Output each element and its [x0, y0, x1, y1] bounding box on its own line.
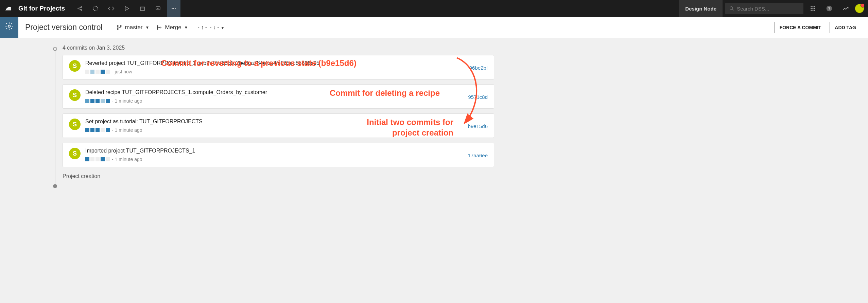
- commit-hash[interactable]: 9571c8d: [468, 94, 488, 100]
- subheader: Project version control master ▼ Merge ▼…: [18, 17, 868, 38]
- commit-body: Deleted recipe TUT_GITFORPROJECTS_1.comp…: [85, 89, 468, 104]
- project-creation-label: Project creation: [63, 173, 494, 179]
- branch-icon: [116, 24, 122, 31]
- svg-rect-13: [811, 8, 812, 9]
- user-avatar[interactable]: [855, 4, 864, 13]
- diff-square: [96, 157, 100, 161]
- diff-square: [101, 99, 105, 103]
- pull-control[interactable]: - ↓ - ▼: [210, 24, 225, 31]
- svg-point-27: [160, 27, 161, 28]
- commit-card[interactable]: S Reverted project TUT_GITFORPROJECTS_1 …: [63, 55, 494, 79]
- share-icon[interactable]: [73, 0, 87, 17]
- diff-square: [106, 99, 110, 103]
- app-icon[interactable]: [151, 0, 165, 17]
- svg-point-3: [93, 6, 98, 11]
- topnav-left: Git for Projects: [4, 0, 180, 17]
- commit-hash[interactable]: 96be2bf: [469, 65, 488, 71]
- svg-point-2: [81, 10, 82, 11]
- commit-avatar: S: [69, 60, 81, 72]
- merge-label: Merge: [165, 24, 181, 31]
- branch-name: master: [125, 24, 143, 31]
- settings-sidebar[interactable]: [0, 17, 18, 38]
- svg-rect-11: [813, 6, 814, 7]
- merge-selector[interactable]: Merge ▼: [156, 24, 188, 31]
- commit-card[interactable]: S Imported project TUT_GITFORPROJECTS_1 …: [63, 143, 494, 167]
- svg-point-23: [117, 29, 118, 30]
- commits-date-header: 4 commits on Jan 3, 2025: [63, 45, 494, 51]
- add-tag-button[interactable]: ADD TAG: [830, 22, 861, 33]
- timeline-dot-start: [53, 47, 57, 51]
- commit-message: Set project as tutorial: TUT_GITFORPROJE…: [85, 119, 468, 125]
- svg-point-25: [157, 25, 158, 26]
- commit-card[interactable]: S Set project as tutorial: TUT_GITFORPRO…: [63, 113, 494, 138]
- commit-hash[interactable]: 17aa6ee: [468, 153, 488, 158]
- commit-avatar: S: [69, 148, 81, 159]
- dashboard-icon[interactable]: [136, 0, 149, 17]
- page-title: Project version control: [25, 23, 103, 32]
- svg-rect-12: [814, 6, 815, 7]
- svg-rect-5: [156, 7, 160, 10]
- svg-text:?: ?: [828, 6, 830, 11]
- diff-square: [96, 70, 100, 74]
- diff-square: [85, 70, 89, 74]
- commit-time: - 1 minute ago: [112, 127, 142, 133]
- commit-avatar: S: [69, 89, 81, 101]
- diff-square: [101, 70, 105, 74]
- apps-grid-icon[interactable]: [806, 0, 820, 17]
- svg-point-0: [78, 8, 79, 9]
- svg-point-24: [120, 25, 121, 26]
- commit-meta: - 1 minute ago: [85, 127, 468, 133]
- chevron-down-icon: ▼: [145, 25, 150, 30]
- diff-square: [90, 128, 94, 132]
- svg-rect-18: [814, 10, 815, 11]
- project-title[interactable]: Git for Projects: [18, 5, 65, 12]
- svg-rect-16: [811, 10, 812, 11]
- svg-point-1: [81, 6, 82, 7]
- svg-point-8: [175, 8, 176, 9]
- svg-point-22: [117, 25, 118, 26]
- search-input[interactable]: [737, 6, 799, 12]
- diff-square: [90, 157, 94, 161]
- search-box[interactable]: [725, 3, 803, 14]
- play-icon[interactable]: [120, 0, 134, 17]
- diff-square: [106, 70, 110, 74]
- diff-square: [85, 128, 89, 132]
- svg-rect-17: [813, 10, 814, 11]
- svg-rect-10: [811, 6, 812, 7]
- svg-rect-4: [140, 7, 144, 11]
- diff-square: [90, 99, 94, 103]
- diff-square: [96, 99, 100, 103]
- activity-icon[interactable]: [839, 0, 852, 17]
- commit-card[interactable]: S Deleted recipe TUT_GITFORPROJECTS_1.co…: [63, 84, 494, 109]
- svg-point-6: [172, 8, 173, 9]
- commit-message: Reverted project TUT_GITFORPROJECTS_1 to…: [85, 60, 469, 66]
- logo-icon[interactable]: [4, 4, 12, 13]
- topnav-right: Design Node ?: [679, 0, 864, 17]
- commit-body: Reverted project TUT_GITFORPROJECTS_1 to…: [85, 60, 469, 74]
- design-node-label[interactable]: Design Node: [679, 0, 723, 17]
- branch-selector[interactable]: master ▼: [116, 24, 150, 31]
- content-area: 4 commits on Jan 3, 2025 S Reverted proj…: [0, 38, 868, 190]
- code-icon[interactable]: [104, 0, 118, 17]
- commit-time: - just now: [112, 69, 132, 74]
- push-control[interactable]: - ↑ -: [197, 24, 207, 31]
- commit-time: - 1 minute ago: [112, 157, 142, 162]
- more-icon[interactable]: [167, 0, 180, 17]
- commit-body: Imported project TUT_GITFORPROJECTS_1 - …: [85, 148, 468, 162]
- gear-icon: [5, 22, 14, 31]
- force-commit-button[interactable]: FORCE A COMMIT: [775, 22, 827, 33]
- diff-bar: [85, 157, 110, 161]
- timeline-dot-end: [53, 184, 57, 188]
- diff-bar: [85, 99, 110, 103]
- diff-bar: [85, 128, 110, 132]
- svg-point-26: [157, 29, 158, 30]
- commit-hash[interactable]: b9e15d6: [468, 123, 488, 129]
- chevron-down-icon: ▼: [184, 25, 188, 30]
- diff-square: [96, 128, 100, 132]
- commit-meta: - just now: [85, 69, 469, 74]
- flow-icon[interactable]: [89, 0, 102, 17]
- help-icon[interactable]: ?: [822, 0, 836, 17]
- commit-avatar: S: [69, 119, 81, 130]
- diff-square: [106, 157, 110, 161]
- svg-rect-15: [814, 8, 815, 9]
